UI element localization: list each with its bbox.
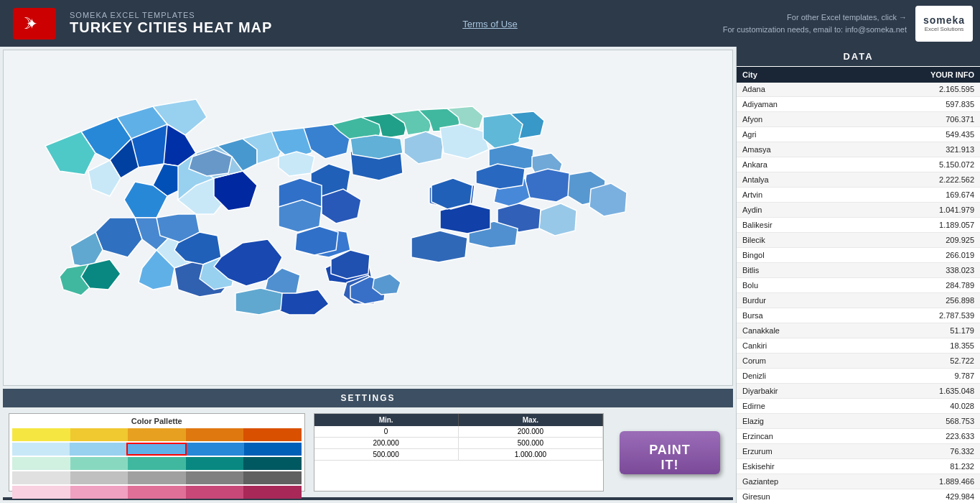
header-center: Terms of Use [462,17,518,30]
palette-cell[interactable] [243,471,302,484]
palette-cell-selected[interactable] [126,443,187,456]
palette-cell[interactable] [243,486,302,499]
data-table-header: DATA [737,47,980,66]
table-cell-city: Agri [737,127,901,142]
svg-marker-64 [373,274,401,295]
turkey-map-svg [24,50,713,386]
palette-row-2 [12,443,302,456]
paint-it-button[interactable]: PAINT IT! [620,431,720,474]
palette-cell[interactable] [128,457,186,470]
palette-row-5 [12,486,302,499]
palette-cell[interactable] [128,428,186,441]
table-cell-value: 9.787 [901,369,980,383]
range-min-3[interactable]: 500.000 [314,449,459,460]
table-row: Amasya321.913 [737,142,980,157]
palette-cell[interactable] [187,443,244,456]
ranges-min-header: Min. [314,414,459,426]
palette-cell[interactable] [244,443,302,456]
palette-cell[interactable] [186,428,244,441]
table-cell-value: 549.435 [901,127,980,142]
table-cell-value: 266.019 [901,248,980,262]
svg-marker-67 [431,178,472,209]
table-cell-value: 1.889.466 [901,474,980,489]
table-row: Elazig568.753 [737,414,980,429]
info-line2: For customization needs, email to: info@… [723,24,907,36]
crescent-icon: ☽ [19,14,33,33]
palette-cell[interactable] [70,443,127,456]
palette-cell[interactable] [70,486,129,499]
table-cell-value: 223.633 [901,429,980,443]
table-cell-city: Bursa [737,308,901,323]
settings-content: Color Pallette [3,407,733,497]
table-row: Bitlis338.023 [737,263,980,278]
palette-cell[interactable] [70,471,129,484]
ranges-section: Min. Max. 0 200.000 200.000 500.000 500.… [314,413,605,492]
table-cell-value: 2.165.595 [901,82,980,96]
svg-marker-63 [235,288,282,315]
range-min-2[interactable]: 200.000 [314,438,459,448]
palette-cell[interactable] [186,471,244,484]
table-cell-value: 256.898 [901,293,980,308]
palette-cell[interactable] [12,457,70,470]
palette-row-3 [12,457,302,470]
table-cell-city: Bitlis [737,263,901,277]
table-cell-city: Adiyaman [737,97,901,111]
svg-marker-48 [525,169,575,202]
palette-cell[interactable] [186,457,244,470]
range-max-2[interactable]: 500.000 [459,438,603,448]
palette-cell[interactable] [186,486,244,499]
svg-marker-29 [279,152,314,176]
table-row: Giresun429.984 [737,489,980,503]
palette-cell[interactable] [243,428,302,441]
table-cell-value: 1.189.057 [901,218,980,232]
palette-cell[interactable] [70,428,129,441]
table-cell-value: 51.179 [901,323,980,338]
range-min-1[interactable]: 0 [314,426,459,437]
palette-cell[interactable] [12,471,70,484]
terms-of-use-link[interactable]: Terms of Use [462,19,518,29]
ranges-row-1: 0 200.000 [314,426,604,438]
settings-header: SETTINGS [3,389,733,407]
table-row: Gaziantep1.889.466 [737,474,980,489]
table-row: Agri549.435 [737,127,980,142]
table-cell-value: 2.222.562 [901,172,980,187]
table-cell-value: 209.925 [901,233,980,247]
table-cell-city: Adana [737,82,901,96]
table-row: Eskisehir81.232 [737,459,980,474]
col-val-header: YOUR INFO [901,67,980,83]
table-row: Erzincan223.633 [737,429,980,444]
range-max-1[interactable]: 200.000 [459,426,603,437]
table-row: Aydin1.041.979 [737,203,980,218]
palette-cell[interactable] [70,457,129,470]
table-cell-value: 568.753 [901,414,980,428]
svg-marker-55 [411,231,467,262]
right-panel: DATA City YOUR INFO Adana2.165.595Adiyam… [736,47,980,503]
palette-cell[interactable] [128,486,186,499]
table-cell-city: Cankiri [737,338,901,353]
table-row: Adiyaman597.835 [737,97,980,112]
someka-logo-text: someka [923,14,965,26]
ranges-header: Min. Max. [314,414,604,426]
table-row: Erzurum76.332 [737,444,980,459]
table-cell-value: 1.041.979 [901,203,980,217]
table-cell-city: Artvin [737,188,901,202]
table-row: Cankiri18.355 [737,338,980,354]
table-cell-value: 597.835 [901,97,980,111]
palette-cell[interactable] [243,457,302,470]
left-panel: SETTINGS Color Pallette [0,47,736,503]
table-row: Adana2.165.595 [737,82,980,97]
table-cell-city: Afyon [737,112,901,126]
table-cell-city: Erzincan [737,429,901,443]
header-titles: SOMEKA EXCEL TEMPLATES TURKEY CITIES HEA… [70,11,272,36]
table-row: Bilecik209.925 [737,233,980,248]
table-cell-value: 338.023 [901,263,980,277]
header-right: For other Excel templates, click → For c… [723,6,973,42]
data-rows-container: Adana2.165.595Adiyaman597.835Afyon706.37… [737,82,980,503]
palette-cell[interactable] [12,443,70,456]
palette-cell[interactable] [12,486,70,499]
table-row: Burdur256.898 [737,293,980,308]
header-subtitle: SOMEKA EXCEL TEMPLATES [70,11,272,19]
range-max-3[interactable]: 1.000.000 [459,449,603,460]
palette-cell[interactable] [12,428,70,441]
palette-cell[interactable] [128,471,186,484]
